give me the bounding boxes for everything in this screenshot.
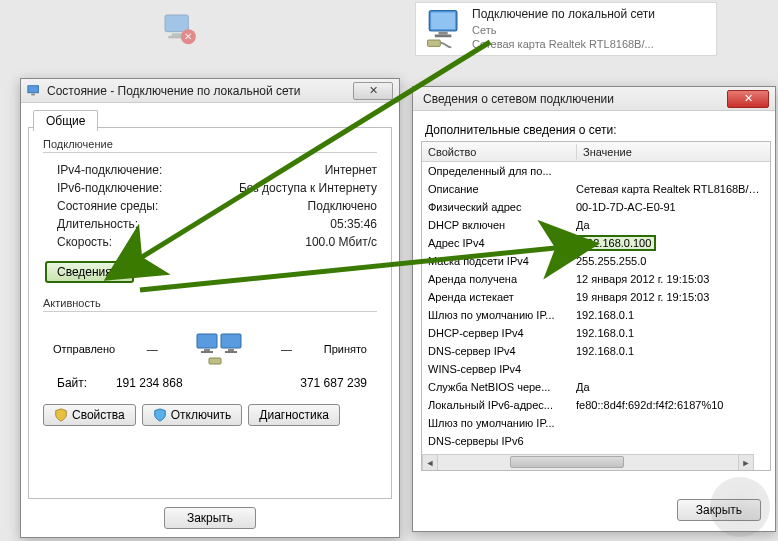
head-value[interactable]: Значение	[577, 144, 770, 160]
connection-row: Длительность:05:35:46	[43, 215, 377, 233]
prop-value	[570, 440, 770, 442]
prop-name: Шлюз по умолчанию IP...	[422, 416, 570, 430]
disable-button[interactable]: Отключить	[142, 404, 243, 426]
dash: —	[277, 343, 297, 355]
tab-general[interactable]: Общие	[33, 110, 98, 131]
prop-name: Аренда истекает	[422, 290, 570, 304]
svg-rect-11	[31, 93, 35, 95]
property-row[interactable]: Аренда истекает19 января 2012 г. 19:15:0…	[422, 288, 770, 306]
close-button[interactable]: ✕	[727, 90, 769, 108]
details-title: Сведения о сетевом подключении	[419, 92, 723, 106]
prop-name: DHCP-сервер IPv4	[422, 326, 570, 340]
property-row[interactable]: DHCP-сервер IPv4192.168.0.1	[422, 324, 770, 342]
property-row[interactable]: Локальный IPv6-адрес...fe80::8d4f:692d:f…	[422, 396, 770, 414]
close-icon: ✕	[369, 84, 378, 97]
property-row[interactable]: DNS-сервер IPv4192.168.0.1	[422, 342, 770, 360]
prop-name: DNS-сервер IPv4	[422, 344, 570, 358]
property-row[interactable]: Служба NetBIOS чере...Да	[422, 378, 770, 396]
prop-name: WINS-сервер IPv4	[422, 362, 570, 376]
prop-value	[570, 368, 770, 370]
separator	[43, 152, 377, 153]
property-row[interactable]: Аренда получена12 января 2012 г. 19:15:0…	[422, 270, 770, 288]
row-key: IPv6-подключение:	[57, 181, 162, 195]
horizontal-scrollbar[interactable]: ◄ ►	[422, 454, 754, 470]
svg-rect-12	[197, 334, 217, 348]
sent-bytes: 191 234 868	[116, 376, 183, 390]
property-row[interactable]: ОписаниеСетевая карта Realtek RTL8168B/8…	[422, 180, 770, 198]
prop-value: 192.168.0.1	[570, 326, 770, 340]
prop-name: Адрес IPv4	[422, 236, 570, 250]
scroll-left-icon[interactable]: ◄	[422, 455, 438, 470]
prop-name: Служба NetBIOS чере...	[422, 380, 570, 394]
details-button-label: Сведения...	[57, 265, 122, 279]
details-button[interactable]: Сведения...	[45, 261, 134, 283]
svg-rect-16	[201, 351, 213, 353]
prop-name: Физический адрес	[422, 200, 570, 214]
status-title: Состояние - Подключение по локальной сет…	[47, 84, 349, 98]
property-row[interactable]: Определенный для по...	[422, 162, 770, 180]
row-value: 05:35:46	[330, 217, 377, 231]
sent-label: Отправлено	[53, 343, 115, 355]
close-label: Закрыть	[187, 511, 233, 525]
row-key: IPv4-подключение:	[57, 163, 162, 177]
network-adapter-tile[interactable]: Подключение по локальной сети Сеть Сетев…	[415, 2, 717, 56]
svg-rect-1	[172, 33, 182, 36]
prop-value: fe80::8d4f:692d:f4f2:6187%10	[570, 398, 770, 412]
bytes-label: Байт:	[57, 376, 87, 390]
diagnostics-label: Диагностика	[259, 408, 329, 422]
scroll-right-icon[interactable]: ►	[738, 455, 754, 470]
property-rows[interactable]: Определенный для по...ОписаниеСетевая ка…	[422, 162, 770, 470]
prop-value	[570, 170, 770, 172]
shield-icon	[153, 408, 167, 422]
properties-button[interactable]: Свойства	[43, 404, 136, 426]
prop-value: 12 января 2012 г. 19:15:03	[570, 272, 770, 286]
adapter-title: Подключение по локальной сети	[472, 7, 710, 23]
adapter-subtitle: Сеть	[472, 23, 710, 37]
row-value: 100.0 Мбит/с	[305, 235, 377, 249]
prop-value: 19 января 2012 г. 19:15:03	[570, 290, 770, 304]
close-button[interactable]: Закрыть	[164, 507, 256, 529]
prop-name: Описание	[422, 182, 570, 196]
diagnostics-button[interactable]: Диагностика	[248, 404, 340, 426]
recv-bytes: 371 687 239	[300, 376, 367, 390]
row-value: Интернет	[325, 163, 377, 177]
svg-rect-10	[28, 85, 39, 92]
row-key: Скорость:	[57, 235, 112, 249]
property-row[interactable]: Шлюз по умолчанию IP...	[422, 414, 770, 432]
prop-name: Аренда получена	[422, 272, 570, 286]
prop-value: 00-1D-7D-AC-E0-91	[570, 200, 770, 214]
scroll-thumb[interactable]	[510, 456, 624, 468]
monitor-warning-icon: ✕	[160, 10, 200, 50]
connection-row: Состояние среды:Подключено	[43, 197, 377, 215]
recv-label: Принято	[324, 343, 367, 355]
svg-rect-13	[221, 334, 241, 348]
property-row[interactable]: Шлюз по умолчанию IP...192.168.0.1	[422, 306, 770, 324]
prop-name: Определенный для по...	[422, 164, 570, 178]
property-table: Свойство Значение Определенный для по...…	[421, 141, 771, 471]
connection-row: IPv4-подключение:Интернет	[43, 161, 377, 179]
svg-rect-8	[435, 35, 452, 38]
svg-rect-17	[225, 351, 237, 353]
dash: —	[142, 343, 162, 355]
prop-name: Локальный IPv6-адрес...	[422, 398, 570, 412]
prop-value: Да	[570, 218, 770, 232]
property-row[interactable]: Маска подсети IPv4255.255.255.0	[422, 252, 770, 270]
svg-rect-0	[165, 15, 188, 32]
status-title-bar[interactable]: Состояние - Подключение по локальной сет…	[21, 79, 399, 103]
bg-blurred-text	[5, 5, 8, 17]
property-row[interactable]: Адрес IPv4192.168.0.100	[422, 234, 770, 252]
property-row[interactable]: WINS-сервер IPv4	[422, 360, 770, 378]
prop-name: DNS-серверы IPv6	[422, 434, 570, 448]
prop-value: 192.168.0.1	[570, 308, 770, 322]
svg-rect-14	[204, 349, 210, 351]
property-row[interactable]: DNS-серверы IPv6	[422, 432, 770, 450]
prop-value: Сетевая карта Realtek RTL8168B/8111	[570, 182, 770, 196]
details-title-bar[interactable]: Сведения о сетевом подключении ✕	[413, 87, 775, 111]
property-row[interactable]: DHCP включенДа	[422, 216, 770, 234]
head-property[interactable]: Свойство	[422, 144, 577, 160]
properties-label: Свойства	[72, 408, 125, 422]
prop-value: 192.168.0.1	[570, 344, 770, 358]
prop-value: 192.168.0.100	[570, 234, 770, 252]
close-button[interactable]: ✕	[353, 82, 393, 100]
property-row[interactable]: Физический адрес00-1D-7D-AC-E0-91	[422, 198, 770, 216]
